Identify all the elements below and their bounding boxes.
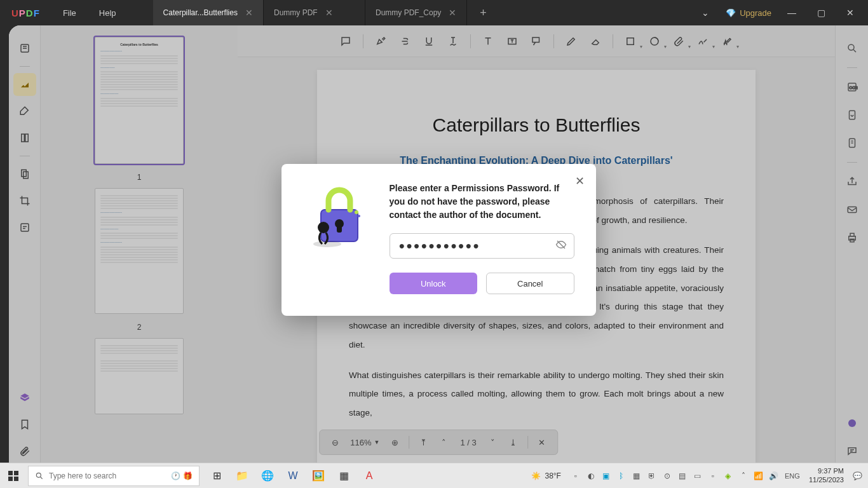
search-icon	[35, 471, 44, 480]
svg-rect-28	[8, 471, 13, 475]
nvidia-icon[interactable]: ◈	[721, 466, 735, 486]
gem-icon: 💎	[726, 8, 736, 18]
menu-file[interactable]: File	[51, 8, 88, 18]
tab-dummy-pdf[interactable]: Dummy PDF ✕	[264, 0, 365, 25]
maximize-button[interactable]: ▢	[812, 8, 830, 18]
menu-help[interactable]: Help	[88, 8, 128, 18]
password-input-wrap	[390, 233, 574, 259]
password-dialog: ✕ Please enter a Permissions Pas	[281, 164, 596, 316]
unlock-button[interactable]: Unlock	[390, 273, 478, 294]
date: 11/25/2023	[809, 476, 844, 484]
dialog-body: Please enter a Permissions Password. If …	[390, 182, 574, 294]
tray-app-icon[interactable]: ▦	[630, 466, 644, 486]
close-button[interactable]: ✕	[841, 8, 859, 18]
tab-dummy-pdf-copy[interactable]: Dummy PDF_Copy ✕	[365, 0, 467, 25]
svg-point-27	[358, 215, 360, 217]
tray-app-icon[interactable]: ▫	[706, 466, 720, 486]
upgrade-button[interactable]: 💎 Upgrade	[726, 8, 771, 18]
windows-taskbar: Type here to search 🕐 🎁 ⊞ 📁 🌐 W 🖼️ ▦ A ☀…	[0, 463, 868, 488]
time: 9:37 PM	[809, 467, 844, 475]
search-placeholder: Type here to search	[49, 471, 116, 480]
titlebar-right: ⌄ 💎 Upgrade — ▢ ✕	[696, 8, 868, 18]
system-tray: ☀️ 38°F ▫ ◐ ▣ ᛒ ▦ ⛨ ⊙ ▤ ▭ ▫ ◈ ˄ 📶 🔊 ENG …	[525, 466, 868, 486]
photos-icon[interactable]: 🖼️	[306, 464, 330, 488]
tab-caterpillar[interactable]: Caterpillar...Butterflies ✕	[153, 0, 264, 25]
tray-app-icon[interactable]: ◐	[584, 466, 598, 486]
taskbar-apps: ⊞ 📁 🌐 W 🖼️ ▦ A	[205, 464, 381, 488]
upgrade-label: Upgrade	[740, 8, 771, 18]
word-icon[interactable]: W	[281, 464, 305, 488]
app-logo: UPDF	[0, 8, 51, 18]
taskbar-search[interactable]: Type here to search 🕐 🎁	[28, 466, 200, 486]
chevron-down-icon[interactable]: ⌄	[696, 8, 714, 18]
close-icon[interactable]: ✕	[449, 8, 456, 18]
dialog-actions: Unlock Cancel	[390, 273, 574, 294]
weather-temp: 38°F	[545, 471, 560, 480]
app-icon[interactable]: ▦	[332, 464, 356, 488]
tray-app-icon[interactable]: ⛨	[645, 466, 659, 486]
acrobat-icon[interactable]: A	[357, 464, 381, 488]
gift-widget-icon: 🎁	[183, 471, 193, 480]
svg-point-26	[355, 210, 358, 214]
clock[interactable]: 9:37 PM 11/25/2023	[804, 467, 849, 484]
clock-widget-icon: 🕐	[171, 471, 180, 480]
app-body: Caterpillars to Butterflies ────────────…	[9, 25, 868, 463]
tray-app-icon[interactable]: ▤	[675, 466, 689, 486]
close-icon[interactable]: ✕	[245, 8, 253, 18]
chrome-icon[interactable]: 🌐	[255, 464, 280, 488]
wifi-icon[interactable]: 📶	[752, 466, 766, 486]
bluetooth-icon[interactable]: ᛒ	[614, 466, 628, 486]
cancel-button[interactable]: Cancel	[486, 273, 574, 294]
explorer-icon[interactable]: 📁	[230, 464, 254, 488]
svg-rect-23	[337, 224, 342, 233]
titlebar: UPDF File Help Caterpillar...Butterflies…	[0, 0, 868, 25]
weather-widget[interactable]: ☀️ 38°F	[525, 471, 567, 480]
notifications-icon[interactable]: 💬	[850, 466, 864, 486]
tray-overflow-icon[interactable]: ˄	[736, 466, 750, 486]
eye-icon[interactable]	[555, 239, 567, 253]
tabs: Caterpillar...Butterflies ✕ Dummy PDF ✕ …	[153, 0, 499, 25]
start-button[interactable]	[0, 463, 27, 488]
tab-label: Dummy PDF	[274, 8, 318, 17]
tab-label: Dummy PDF_Copy	[376, 8, 441, 17]
svg-point-32	[36, 473, 41, 477]
close-icon[interactable]: ✕	[325, 8, 333, 18]
password-input[interactable]	[390, 233, 574, 259]
minimize-button[interactable]: —	[783, 8, 801, 18]
svg-rect-29	[14, 471, 18, 475]
close-icon[interactable]: ✕	[575, 174, 585, 188]
volume-icon[interactable]: 🔊	[767, 466, 781, 486]
svg-rect-30	[8, 477, 13, 481]
sun-icon: ☀️	[531, 471, 541, 480]
tab-add-button[interactable]: +	[467, 0, 499, 25]
language-indicator[interactable]: ENG	[782, 466, 803, 486]
lock-illustration	[303, 182, 373, 252]
tab-label: Caterpillar...Butterflies	[163, 8, 238, 17]
task-view-icon[interactable]: ⊞	[205, 464, 229, 488]
tray-app-icon[interactable]: ▭	[691, 466, 705, 486]
svg-rect-31	[14, 477, 18, 481]
dialog-message: Please enter a Permissions Password. If …	[390, 182, 574, 222]
password-dialog-backdrop: ✕ Please enter a Permissions Pas	[9, 25, 868, 463]
tray-app-icon[interactable]: ▫	[569, 466, 583, 486]
svg-point-25	[318, 222, 329, 233]
tray-app-icon[interactable]: ▣	[599, 466, 613, 486]
tray-app-icon[interactable]: ⊙	[660, 466, 674, 486]
